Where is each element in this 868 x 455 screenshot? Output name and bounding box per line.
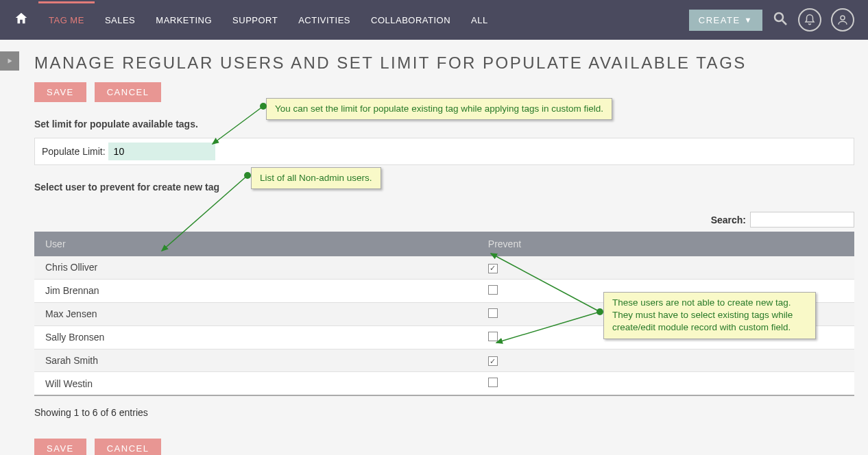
table-row: Sarah Smith <box>34 349 854 372</box>
svg-line-1 <box>782 21 786 25</box>
limit-label: Populate Limit: <box>42 146 106 157</box>
annotation-limit: You can set the limit for populate exist… <box>266 98 612 120</box>
table-row: Will Westin <box>34 372 854 396</box>
prevent-cell <box>477 256 854 279</box>
prevent-cell <box>477 372 854 396</box>
user-icon[interactable] <box>831 8 854 32</box>
nav-item-all[interactable]: ALL <box>461 1 498 39</box>
top-right: CREATE ▼ <box>689 0 854 40</box>
section-users-label: Select user to prevent for create new ta… <box>34 182 854 193</box>
annotation-prevent: These users are not able to create new t… <box>603 292 816 339</box>
svg-point-0 <box>775 13 783 21</box>
annotation-dot <box>260 103 267 110</box>
prevent-checkbox[interactable] <box>488 332 498 341</box>
search-input[interactable] <box>750 212 854 228</box>
section-limit-label: Set limit for populate available tags. <box>34 119 854 130</box>
prevent-checkbox[interactable] <box>488 356 498 366</box>
user-name-cell: Max Jensen <box>34 302 477 325</box>
annotation-dot <box>596 308 603 315</box>
prevent-checkbox[interactable] <box>488 285 498 295</box>
button-row-bottom: SAVE CANCEL <box>34 439 854 455</box>
cancel-button-bottom[interactable]: CANCEL <box>95 439 162 455</box>
svg-point-2 <box>841 16 845 20</box>
nav-item-sales[interactable]: SALES <box>95 1 145 39</box>
save-button[interactable]: SAVE <box>34 82 86 102</box>
search-icon[interactable] <box>772 10 788 29</box>
save-button-bottom[interactable]: SAVE <box>34 439 86 455</box>
limit-row: Populate Limit: <box>34 138 854 165</box>
entries-text: Showing 1 to 6 of 6 entries <box>34 407 854 418</box>
user-name-cell: Will Westin <box>34 372 477 396</box>
col-prevent-header[interactable]: Prevent <box>477 232 854 256</box>
table-row: Chris Olliver <box>34 256 854 279</box>
notification-icon[interactable] <box>798 8 821 32</box>
search-row: Search: <box>34 212 854 228</box>
user-name-cell: Chris Olliver <box>34 256 477 279</box>
nav-item-support[interactable]: SUPPORT <box>222 1 288 39</box>
nav-item-tag-me[interactable]: TAG ME <box>38 1 95 39</box>
create-label: CREATE <box>699 15 740 25</box>
user-name-cell: Sarah Smith <box>34 349 477 372</box>
user-name-cell: Jim Brennan <box>34 279 477 302</box>
create-button[interactable]: CREATE ▼ <box>689 10 762 31</box>
cancel-button[interactable]: CANCEL <box>95 82 162 102</box>
expand-panel-button[interactable] <box>0 51 19 71</box>
nav-item-marketing[interactable]: MARKETING <box>145 1 222 39</box>
prevent-checkbox[interactable] <box>488 264 498 273</box>
limit-input[interactable] <box>108 143 215 160</box>
user-name-cell: Sally Bronsen <box>34 325 477 349</box>
annotation-dot <box>244 172 251 179</box>
prevent-checkbox[interactable] <box>488 378 498 387</box>
col-user-header[interactable]: User <box>34 232 477 256</box>
annotation-users: List of all Non-admin users. <box>251 167 381 189</box>
nav-item-collaboration[interactable]: COLLABORATION <box>361 1 461 39</box>
nav-item-activities[interactable]: ACTIVITIES <box>288 1 361 39</box>
prevent-checkbox[interactable] <box>488 308 498 318</box>
home-icon[interactable] <box>14 11 29 29</box>
top-nav: TAG MESALESMARKETINGSUPPORTACTIVITIESCOL… <box>38 1 498 39</box>
topbar: TAG MESALESMARKETINGSUPPORTACTIVITIESCOL… <box>0 0 868 40</box>
prevent-cell <box>477 349 854 372</box>
search-label: Search: <box>711 214 746 225</box>
caret-down-icon: ▼ <box>745 16 753 24</box>
page-title: MANAGE REGULAR USERS AND SET LIMIT FOR P… <box>34 53 854 73</box>
